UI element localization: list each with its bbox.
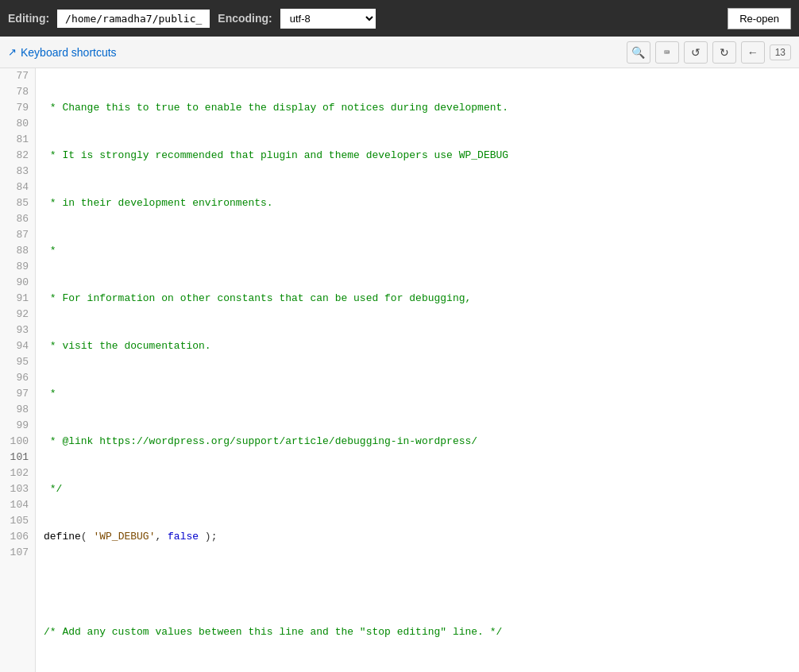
line-num-98: 98 bbox=[6, 402, 29, 418]
back-button[interactable]: ← bbox=[741, 41, 765, 64]
line-num-97: 97 bbox=[6, 386, 29, 402]
terminal-icon: ⌨ bbox=[664, 47, 670, 58]
encoding-label: Encoding: bbox=[218, 12, 272, 25]
line-num-89: 89 bbox=[6, 259, 29, 275]
code-line-84: * @link https://wordpress.org/support/ar… bbox=[44, 434, 791, 450]
terminal-button[interactable]: ⌨ bbox=[655, 41, 679, 64]
line-num-107: 107 bbox=[6, 545, 29, 561]
top-toolbar: Editing: /home/ramadha7/public_ Encoding… bbox=[0, 0, 799, 37]
line-num-94: 94 bbox=[6, 338, 29, 354]
line-num-95: 95 bbox=[6, 354, 29, 370]
line-num-86: 86 bbox=[6, 211, 29, 227]
undo-button[interactable]: ↺ bbox=[684, 41, 708, 64]
undo-icon: ↺ bbox=[691, 46, 701, 59]
line-num-91: 91 bbox=[6, 291, 29, 307]
code-line-81: * For information on other constants tha… bbox=[44, 291, 791, 307]
line-num-83: 83 bbox=[6, 164, 29, 180]
line-number-badge: 13 bbox=[770, 44, 791, 60]
line-num-90: 90 bbox=[6, 275, 29, 291]
search-icon: 🔍 bbox=[631, 46, 645, 59]
line-num-85: 85 bbox=[6, 195, 29, 211]
line-num-77: 77 bbox=[6, 68, 29, 84]
line-numbers: 77 78 79 80 81 82 83 84 85 86 87 88 89 9… bbox=[0, 68, 36, 672]
line-num-93: 93 bbox=[6, 322, 29, 338]
code-line-79: * in their development environments. bbox=[44, 195, 791, 211]
secondary-toolbar: Keyboard shortcuts 🔍 ⌨ ↺ ↻ ← 13 bbox=[0, 37, 799, 68]
line-num-81: 81 bbox=[6, 132, 29, 148]
line-num-79: 79 bbox=[6, 100, 29, 116]
line-num-80: 80 bbox=[6, 116, 29, 132]
line-num-101: 101 bbox=[6, 450, 29, 465]
line-num-104: 104 bbox=[6, 497, 29, 513]
code-line-82: * visit the documentation. bbox=[44, 338, 791, 354]
code-line-77: * Change this to true to enable the disp… bbox=[44, 100, 791, 116]
line-num-84: 84 bbox=[6, 180, 29, 195]
code-line-86: define( 'WP_DEBUG', false ); bbox=[44, 529, 791, 545]
redo-icon: ↻ bbox=[720, 46, 729, 59]
line-num-106: 106 bbox=[6, 529, 29, 545]
code-line-80: * bbox=[44, 243, 791, 259]
line-num-87: 87 bbox=[6, 227, 29, 243]
code-line-83: * bbox=[44, 386, 791, 402]
line-num-78: 78 bbox=[6, 84, 29, 100]
line-num-100: 100 bbox=[6, 434, 29, 450]
back-icon: ← bbox=[747, 46, 758, 59]
line-num-88: 88 bbox=[6, 243, 29, 259]
line-num-103: 103 bbox=[6, 481, 29, 497]
code-line-88: /* Add any custom values between this li… bbox=[44, 624, 791, 640]
line-num-102: 102 bbox=[6, 465, 29, 481]
code-content[interactable]: * Change this to true to enable the disp… bbox=[36, 68, 799, 672]
editing-label: Editing: bbox=[8, 12, 49, 25]
keyboard-shortcuts-label: Keyboard shortcuts bbox=[21, 46, 117, 59]
line-num-96: 96 bbox=[6, 370, 29, 386]
code-line-87 bbox=[44, 577, 791, 593]
code-line-78: * It is strongly recommended that plugin… bbox=[44, 148, 791, 164]
file-path: /home/ramadha7/public_ bbox=[57, 10, 210, 28]
encoding-select[interactable]: utf-8 latin1 utf-16 bbox=[280, 9, 376, 29]
line-num-105: 105 bbox=[6, 513, 29, 529]
search-button[interactable]: 🔍 bbox=[627, 41, 650, 64]
code-line-85: */ bbox=[44, 481, 791, 497]
redo-button[interactable]: ↻ bbox=[712, 41, 736, 64]
line-num-99: 99 bbox=[6, 418, 29, 434]
line-num-92: 92 bbox=[6, 307, 29, 322]
editor-area: 77 78 79 80 81 82 83 84 85 86 87 88 89 9… bbox=[0, 68, 799, 672]
line-num-82: 82 bbox=[6, 148, 29, 164]
keyboard-shortcuts-link[interactable]: Keyboard shortcuts bbox=[8, 46, 117, 59]
reopen-button[interactable]: Re-open bbox=[728, 8, 791, 29]
